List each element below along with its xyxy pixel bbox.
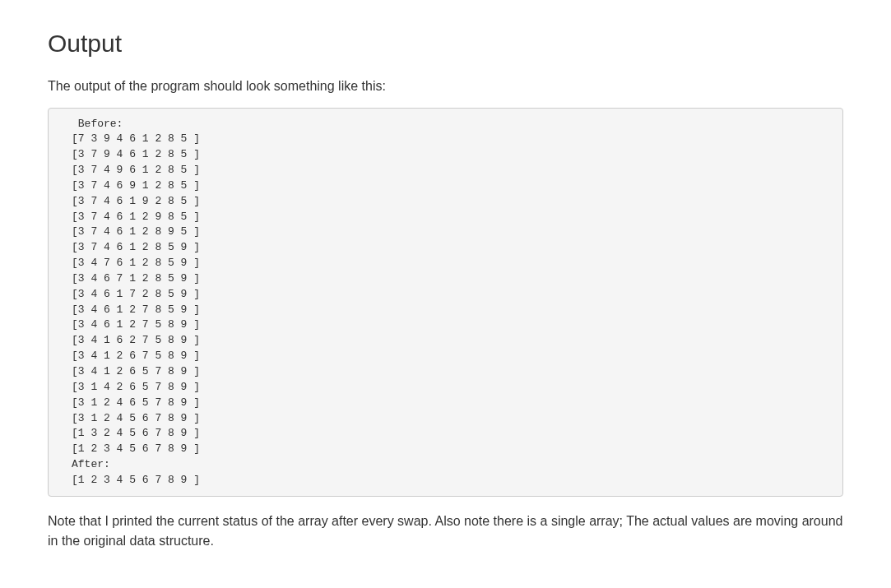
note-paragraph: Note that I printed the current status o… xyxy=(48,512,843,551)
code-output-block: Before: [7 3 9 4 6 1 2 8 5 ] [3 7 9 4 6 … xyxy=(48,108,843,497)
section-heading: Output xyxy=(48,25,843,62)
intro-paragraph: The output of the program should look so… xyxy=(48,76,843,96)
